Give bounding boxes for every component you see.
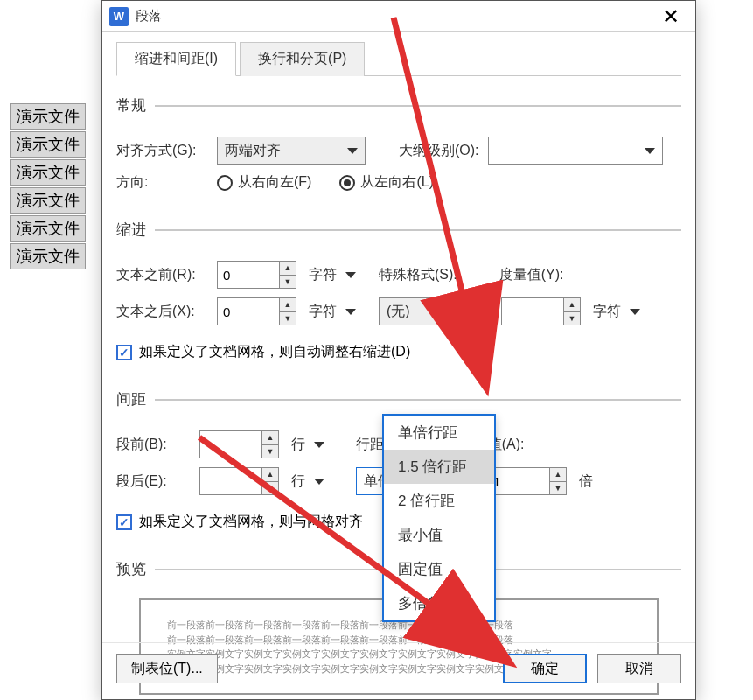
dialog-titlebar: W 段落 ✕ <box>102 1 695 32</box>
app-icon: W <box>109 7 129 26</box>
spin-up-icon[interactable]: ▲ <box>280 262 296 276</box>
indent-after-input[interactable] <box>218 298 279 325</box>
close-icon[interactable]: ✕ <box>653 4 688 29</box>
indent-before-unit: 字符 <box>309 266 337 284</box>
measure-spinner[interactable]: ▲▼ <box>501 298 581 326</box>
direction-label: 方向: <box>116 173 208 192</box>
outline-select[interactable] <box>488 136 663 164</box>
paragraph-dialog: W 段落 ✕ 缩进和间距(I) 换行和分页(P) 常规 对齐方式(G): 两端对… <box>101 0 696 700</box>
space-before-input[interactable] <box>200 431 261 458</box>
background-doc-item: 演示文件 <box>10 159 86 186</box>
caret-icon[interactable] <box>314 479 324 485</box>
space-before-unit: 行 <box>291 436 305 454</box>
caret-icon <box>347 148 358 154</box>
section-general-legend: 常规 <box>116 95 155 116</box>
spin-down-icon[interactable]: ▼ <box>280 276 296 289</box>
tab-pagination[interactable]: 换行和分页(P) <box>240 42 365 76</box>
caret-icon <box>645 148 655 154</box>
spin-up-icon[interactable]: ▲ <box>262 431 278 445</box>
dialog-tabs: 缩进和间距(I) 换行和分页(P) <box>116 41 681 76</box>
indent-before-label: 文本之前(R): <box>116 266 208 284</box>
spacing-grid-label: 如果定义了文档网格，则与网格对齐 <box>139 513 363 531</box>
indent-grid-checkbox[interactable]: ✓ 如果定义了文档网格，则自动调整右缩进(D) <box>116 343 410 361</box>
measure-unit: 字符 <box>593 303 621 321</box>
space-after-label: 段后(E): <box>116 472 191 491</box>
background-doc-item: 演示文件 <box>10 131 86 158</box>
ok-button[interactable]: 确定 <box>503 654 587 683</box>
space-before-label: 段前(B): <box>116 436 191 454</box>
special-value: (无) <box>387 303 410 321</box>
section-general: 常规 对齐方式(G): 两端对齐 大纲级别(O): 方向: 从右向左(F) <box>116 95 681 200</box>
direction-rtl-label: 从右向左(F) <box>238 173 311 192</box>
outline-label: 大纲级别(O): <box>399 142 479 160</box>
special-select[interactable]: (无) <box>379 298 475 326</box>
section-indent-legend: 缩进 <box>116 220 155 240</box>
caret-icon <box>457 309 467 315</box>
section-spacing-legend: 间距 <box>116 389 155 410</box>
measure-input[interactable] <box>502 298 563 325</box>
caret-icon[interactable] <box>345 272 356 278</box>
spin-down-icon[interactable]: ▼ <box>280 312 296 326</box>
set-value-spinner[interactable]: ▲▼ <box>487 467 567 495</box>
indent-before-input[interactable] <box>218 262 279 288</box>
space-after-unit: 行 <box>291 472 305 491</box>
line-spacing-option[interactable]: 固定值 <box>384 552 494 586</box>
section-indent: 缩进 文本之前(R): ▲▼ 字符 特殊格式(S): 度量值(Y): 文本之后(… <box>116 220 681 370</box>
indent-before-spinner[interactable]: ▲▼ <box>217 261 296 289</box>
spin-up-icon[interactable]: ▲ <box>564 298 580 312</box>
background-doc-item: 演示文件 <box>10 103 86 130</box>
line-spacing-option[interactable]: 1.5 倍行距 <box>384 450 494 484</box>
set-value-input[interactable] <box>488 468 549 494</box>
spacing-grid-checkbox[interactable]: ✓ 如果定义了文档网格，则与网格对齐 <box>116 513 363 531</box>
line-spacing-option[interactable]: 2 倍行距 <box>384 484 494 518</box>
direction-rtl-radio[interactable]: 从右向左(F) <box>217 173 311 192</box>
tabs-button[interactable]: 制表位(T)... <box>116 654 218 683</box>
section-preview-legend: 预览 <box>116 559 155 579</box>
tab-indent-spacing[interactable]: 缩进和间距(I) <box>116 42 236 76</box>
checkbox-icon: ✓ <box>116 345 132 360</box>
indent-after-label: 文本之后(X): <box>116 303 208 321</box>
spin-down-icon[interactable]: ▼ <box>550 482 566 495</box>
indent-after-unit: 字符 <box>309 303 337 321</box>
spin-down-icon[interactable]: ▼ <box>262 482 278 495</box>
cancel-button[interactable]: 取消 <box>597 654 681 683</box>
caret-icon[interactable] <box>345 309 356 315</box>
spin-down-icon[interactable]: ▼ <box>262 445 278 458</box>
line-spacing-option[interactable]: 最小值 <box>384 518 494 552</box>
background-doc-item: 演示文件 <box>10 243 86 270</box>
alignment-select[interactable]: 两端对齐 <box>217 136 366 164</box>
radio-icon <box>339 175 355 191</box>
alignment-label: 对齐方式(G): <box>116 142 208 160</box>
spin-up-icon[interactable]: ▲ <box>550 468 566 482</box>
space-after-spinner[interactable]: ▲▼ <box>199 467 279 495</box>
space-before-spinner[interactable]: ▲▼ <box>199 430 279 458</box>
spin-down-icon[interactable]: ▼ <box>564 312 580 326</box>
caret-icon[interactable] <box>314 442 324 448</box>
checkbox-icon: ✓ <box>116 514 132 530</box>
dialog-footer: 制表位(T)... 确定 取消 <box>102 642 695 699</box>
direction-ltr-label: 从左向右(L) <box>360 173 434 192</box>
spin-up-icon[interactable]: ▲ <box>280 298 296 312</box>
space-after-input[interactable] <box>200 468 261 494</box>
line-spacing-dropdown: 单倍行距1.5 倍行距2 倍行距最小值固定值多倍行距 <box>382 414 496 622</box>
indent-after-spinner[interactable]: ▲▼ <box>217 298 296 326</box>
background-doc-item: 演示文件 <box>10 215 86 242</box>
set-value-unit: 倍 <box>579 472 593 491</box>
special-label: 特殊格式(S): <box>379 266 457 284</box>
line-spacing-option[interactable]: 单倍行距 <box>384 416 494 450</box>
radio-icon <box>217 175 233 191</box>
background-doc-list: 演示文件演示文件演示文件演示文件演示文件演示文件 <box>10 103 86 271</box>
dialog-title: 段落 <box>136 8 653 24</box>
background-doc-item: 演示文件 <box>10 187 86 214</box>
spin-up-icon[interactable]: ▲ <box>262 468 278 482</box>
direction-ltr-radio[interactable]: 从左向右(L) <box>339 173 434 192</box>
alignment-value: 两端对齐 <box>225 142 281 160</box>
caret-icon[interactable] <box>630 309 640 315</box>
line-spacing-option[interactable]: 多倍行距 <box>384 586 494 620</box>
indent-grid-label: 如果定义了文档网格，则自动调整右缩进(D) <box>139 343 410 361</box>
measure-label: 度量值(Y): <box>499 266 564 284</box>
